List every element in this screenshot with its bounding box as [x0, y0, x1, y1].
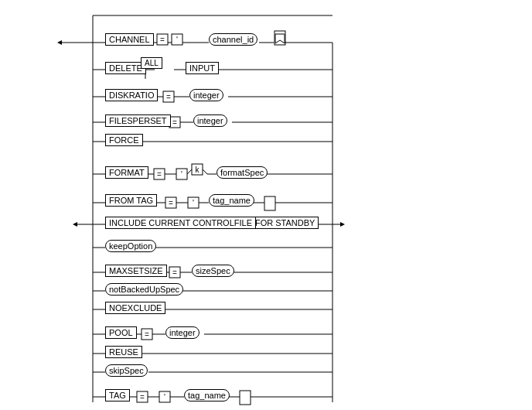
svg-text:=: = [157, 170, 162, 179]
svg-text:=: = [172, 268, 177, 277]
svg-text:=: = [172, 118, 177, 127]
skipSpec-box: skipSpec [105, 364, 148, 377]
svg-text:=: = [160, 36, 165, 44]
svg-rect-98 [240, 391, 251, 405]
integer1-box: integer [189, 89, 223, 101]
svg-text:': ' [176, 36, 178, 44]
pool-box: POOL [105, 326, 137, 339]
svg-marker-63 [340, 222, 345, 227]
reuse-box: REUSE [105, 346, 142, 358]
svg-text:=: = [169, 199, 173, 207]
input-box: INPUT [186, 62, 219, 74]
for-standby-box: FOR STANDBY [251, 217, 319, 229]
diskratio-box: DISKRATIO [105, 89, 158, 101]
svg-line-45 [187, 169, 192, 174]
from-tag-box: FROM TAG [105, 194, 157, 207]
integer3-box: integer [165, 326, 200, 339]
filesperset-box: FILESPERSET [105, 114, 171, 127]
svg-text:=: = [145, 330, 149, 339]
keepOption-box: keepOption [105, 240, 156, 252]
force-box: FORCE [105, 134, 143, 146]
svg-marker-61 [73, 222, 77, 227]
noexclude-box: NOEXCLUDE [105, 302, 165, 314]
svg-line-46 [203, 169, 207, 174]
sizeSpec-box: sizeSpec [192, 265, 234, 277]
svg-rect-58 [264, 196, 275, 210]
integer2-box: integer [193, 114, 227, 127]
tag-name1-box: tag_name [209, 194, 254, 207]
tag-box: TAG [105, 389, 130, 401]
svg-text:': ' [181, 170, 182, 179]
channel-id-box: channel_id [209, 33, 257, 46]
notBackedUpSpec-box: notBackedUpSpec [105, 283, 183, 296]
delete-box: DELETE [105, 62, 146, 74]
channel-box: CHANNEL [105, 33, 154, 46]
svg-marker-2 [57, 40, 62, 45]
svg-text:=: = [166, 93, 171, 101]
svg-text:=: = [140, 393, 145, 401]
format-box: FORMAT [105, 166, 148, 179]
diagram-container: = ' = = = ' k = [0, 0, 532, 410]
all-box: ALL [141, 57, 162, 69]
formatSpec-box: formatSpec [217, 166, 268, 179]
include-current-box: INCLUDE CURRENT CONTROLFILE [105, 217, 256, 229]
svg-text:': ' [164, 393, 165, 401]
maxsetsize-box: MAXSETSIZE [105, 265, 167, 277]
svg-text:': ' [193, 199, 194, 207]
railroad-svg: = ' = = = ' k = [0, 0, 532, 410]
tag-name2-box: tag_name [184, 389, 230, 401]
